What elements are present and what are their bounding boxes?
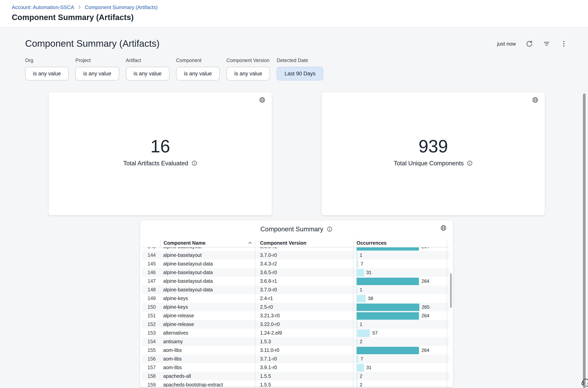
occurrence-value: 2 bbox=[360, 382, 362, 387]
help-headset-icon[interactable] bbox=[581, 377, 588, 387]
table-row[interactable]: 151 alpine-release 3.21.3-r0 264 bbox=[142, 312, 449, 320]
table-row[interactable]: 147 alpine-baselayout-data 3.6.8-r1 264 bbox=[142, 277, 449, 286]
component-name-cell: aom-libs bbox=[160, 365, 255, 370]
dashboard-area: Component Summary (Artifacts) just now O… bbox=[0, 27, 588, 388]
info-icon[interactable] bbox=[327, 226, 333, 232]
occurrence-value: 7 bbox=[361, 356, 363, 362]
component-name-cell: apacheds-all bbox=[160, 373, 255, 379]
occurrences-cell: 2 bbox=[353, 337, 447, 346]
row-index: 157 bbox=[142, 365, 160, 370]
breadcrumb-page-link[interactable]: Component Summary (Artifacts) bbox=[85, 4, 157, 10]
occurrence-bar bbox=[357, 372, 357, 380]
component-version-cell: 3.9.1-r0 bbox=[255, 363, 353, 372]
filter-org-label: Org bbox=[25, 58, 69, 63]
table-row[interactable]: 157 aom-libs 3.9.1-r0 31 bbox=[142, 363, 449, 372]
row-index: 150 bbox=[142, 304, 160, 310]
row-index: 156 bbox=[142, 356, 160, 362]
refresh-icon[interactable] bbox=[526, 40, 533, 47]
row-index: 144 bbox=[142, 252, 160, 258]
dashboard-controls: just now bbox=[497, 40, 567, 47]
occurrence-value: 264 bbox=[421, 278, 429, 284]
component-table: Component Name Component Version Occurre… bbox=[142, 239, 449, 387]
filter-project-label: Project bbox=[76, 58, 119, 63]
component-version-cell: 3.22.0-r0 bbox=[255, 320, 353, 329]
filter-detected-date: Detected Date Last 90 Days bbox=[277, 58, 324, 80]
occurrences-cell: 31 bbox=[353, 268, 447, 277]
occurrence-value: 2 bbox=[360, 373, 362, 379]
globe-icon[interactable] bbox=[259, 97, 265, 103]
filter-bar: Org is any value Project is any value Ar… bbox=[0, 49, 588, 80]
component-name-cell: alpine-baselayout bbox=[160, 252, 255, 258]
filter-detected-date-label: Detected Date bbox=[277, 58, 324, 63]
component-name-cell: alpine-keys bbox=[160, 304, 255, 310]
total-components-label-row: Total Unique Components bbox=[394, 160, 473, 167]
occurrences-cell: 264 bbox=[353, 346, 447, 355]
row-index: 146 bbox=[142, 270, 160, 275]
table-row[interactable]: 144 alpine-baselayout 3.7.0-r0 1 bbox=[142, 251, 449, 260]
occurrences-cell: 31 bbox=[353, 363, 447, 372]
component-name-cell: alpine-baselayout-data bbox=[160, 287, 255, 292]
component-name-header-label: Component Name bbox=[164, 240, 206, 246]
kebab-menu-icon[interactable] bbox=[560, 40, 567, 47]
component-name-cell: alternatives bbox=[160, 330, 255, 336]
filter-project: Project is any value bbox=[76, 58, 119, 80]
info-icon[interactable] bbox=[467, 160, 473, 166]
filter-component-version-value-button[interactable]: is any value bbox=[226, 67, 270, 80]
occurrences-cell: 265 bbox=[353, 303, 447, 312]
table-row[interactable]: 158 apacheds-all 1.5.5 2 bbox=[142, 372, 449, 381]
component-name-cell: aom-libs bbox=[160, 348, 255, 353]
globe-icon[interactable] bbox=[532, 97, 539, 103]
occurrence-bar bbox=[357, 381, 357, 387]
filter-artifact-label: Artifact bbox=[126, 58, 170, 63]
occurrences-cell: 7 bbox=[353, 355, 447, 363]
occurrences-cell: 1 bbox=[353, 320, 447, 329]
table-row[interactable]: 152 alpine-release 3.22.0-r0 1 bbox=[142, 320, 449, 329]
page-header: Account: Automation-SSCA Component Summa… bbox=[0, 0, 588, 27]
component-version-cell: 3.6.5-r0 bbox=[255, 268, 353, 277]
info-icon[interactable] bbox=[191, 160, 197, 166]
filter-org: Org is any value bbox=[25, 58, 69, 80]
occurrence-value: 265 bbox=[422, 304, 430, 310]
filter-detected-date-value-button[interactable]: Last 90 Days bbox=[277, 67, 324, 80]
component-version-cell: 1.5.5 bbox=[255, 372, 353, 381]
occurrence-bar bbox=[357, 277, 419, 285]
table-row[interactable]: 149 alpine-keys 2.4-r1 38 bbox=[142, 294, 449, 303]
row-index: 153 bbox=[142, 330, 160, 336]
table-row[interactable]: 153 alternatives 1.24-2.el9 57 bbox=[142, 329, 449, 337]
component-name-cell: alpine-baselayout-data bbox=[160, 270, 255, 275]
column-header-component-version[interactable]: Component Version bbox=[255, 239, 353, 247]
breadcrumb-account-link[interactable]: Account: Automation-SSCA bbox=[12, 4, 74, 10]
table-row[interactable]: 155 aom-libs 3.11.0-r0 264 bbox=[142, 346, 449, 355]
table-row[interactable]: 154 antisamy 1.5.3 2 bbox=[142, 337, 449, 346]
total-artifacts-card: 16 Total Artifacts Evaluated bbox=[49, 92, 272, 215]
filter-component-value-button[interactable]: is any value bbox=[176, 67, 220, 80]
column-header-occurrences[interactable]: Occurrences bbox=[353, 239, 447, 247]
component-summary-card: Component Summary Component Name Compon bbox=[140, 220, 453, 387]
table-row[interactable]: 148 alpine-baselayout-data 3.7.0-r0 1 bbox=[142, 286, 449, 294]
filter-component-version: Component Version is any value bbox=[226, 58, 270, 80]
table-row[interactable]: 146 alpine-baselayout-data 3.6.5-r0 31 bbox=[142, 268, 449, 277]
table-row[interactable]: 143 alpine-baselayout 3.6.8-r1 264 bbox=[142, 247, 449, 251]
occurrences-cell: 264 bbox=[353, 247, 447, 251]
column-header-component-name[interactable]: Component Name bbox=[160, 239, 255, 247]
globe-icon[interactable] bbox=[440, 225, 447, 231]
stat-cards-row: 16 Total Artifacts Evaluated 939 Total U… bbox=[49, 92, 588, 215]
table-scrollbar-thumb[interactable] bbox=[450, 273, 452, 308]
table-row[interactable]: 145 alpine-baselayout-data 3.4.3-r2 7 bbox=[142, 260, 449, 268]
occurrences-cell: 2 bbox=[353, 381, 447, 387]
table-row[interactable]: 159 apacheds-bootstrap-extract 1.5.5 2 bbox=[142, 381, 449, 387]
table-row[interactable]: 156 aom-libs 3.7.1-r0 7 bbox=[142, 355, 449, 363]
occurrences-cell: 264 bbox=[353, 312, 447, 320]
filter-artifact-value-button[interactable]: is any value bbox=[126, 67, 170, 80]
table-row[interactable]: 150 alpine-keys 2.5-r0 265 bbox=[142, 303, 449, 312]
occurrences-cell: 264 bbox=[353, 277, 447, 286]
filter-org-value-button[interactable]: is any value bbox=[25, 67, 69, 80]
row-index: 145 bbox=[142, 261, 160, 267]
filter-icon[interactable] bbox=[543, 40, 550, 47]
filter-project-value-button[interactable]: is any value bbox=[76, 67, 119, 80]
page-scrollbar-thumb[interactable] bbox=[583, 94, 586, 388]
occurrences-cell: 57 bbox=[353, 329, 447, 337]
last-refreshed-text: just now bbox=[497, 41, 516, 47]
component-version-cell: 2.5-r0 bbox=[255, 303, 353, 312]
sort-ascending-icon[interactable] bbox=[248, 241, 252, 245]
